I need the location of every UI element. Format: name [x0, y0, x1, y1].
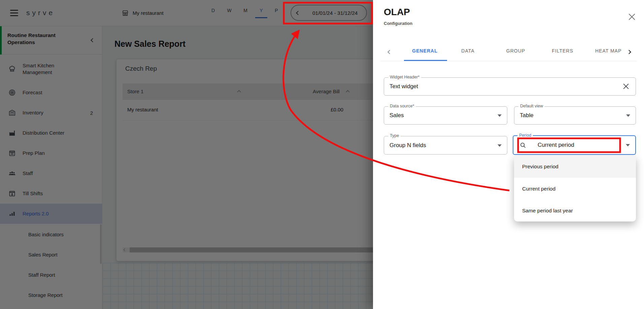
field-label: Period — [517, 133, 533, 138]
olap-config-panel: OLAP Configuration GENERAL DATA GROUP FI… — [373, 0, 644, 309]
clear-icon[interactable] — [623, 83, 629, 91]
dropdown-arrow-icon[interactable] — [626, 144, 630, 146]
tab-fade — [623, 46, 644, 58]
dropdown-arrow-icon[interactable] — [626, 114, 630, 117]
period-field[interactable]: Period Current period — [513, 135, 636, 155]
app-window: syrve My restaurant D W M Y P 01/01/24 -… — [0, 0, 644, 309]
field-label: Type — [388, 133, 401, 138]
period-value[interactable]: Current period — [538, 142, 574, 148]
magnifier-icon — [519, 142, 527, 150]
widget-header-field[interactable]: Widget Header* Text widget — [384, 77, 636, 96]
panel-title: OLAP — [384, 7, 410, 18]
option-label: Previous period — [522, 164, 558, 170]
option-label: Same period last year — [522, 208, 573, 214]
type-value: Group N fields — [389, 142, 426, 149]
tab-group[interactable]: GROUP — [506, 48, 525, 54]
tabs-scroll-left-icon[interactable] — [387, 50, 392, 54]
widget-header-value[interactable]: Text widget — [389, 83, 418, 90]
tab-heat-map[interactable]: HEAT MAP — [595, 48, 626, 54]
close-icon[interactable] — [629, 13, 635, 22]
field-label: Widget Header* — [388, 75, 421, 79]
tabs-divider — [380, 61, 637, 61]
active-tab-indicator — [404, 60, 447, 61]
data-source-field[interactable]: Data source* Sales — [384, 106, 507, 125]
field-label: Data source* — [388, 104, 416, 108]
option-previous-period[interactable]: Previous period — [514, 156, 636, 178]
option-label: Current period — [522, 186, 555, 192]
tab-general[interactable]: GENERAL — [412, 48, 437, 54]
tab-data[interactable]: DATA — [461, 48, 474, 54]
default-view-value: Table — [520, 112, 534, 119]
panel-subtitle: Configuration — [384, 21, 412, 26]
dropdown-arrow-icon[interactable] — [498, 144, 502, 147]
tab-filters[interactable]: FILTERS — [552, 48, 573, 54]
default-view-field[interactable]: Default view Table — [514, 106, 636, 125]
option-current-period[interactable]: Current period — [514, 178, 636, 200]
dropdown-arrow-icon[interactable] — [498, 114, 502, 117]
option-same-period-last-year[interactable]: Same period last year — [514, 200, 636, 221]
modal-scrim[interactable] — [0, 0, 373, 309]
period-dropdown-menu: Previous period Current period Same peri… — [514, 156, 636, 221]
field-label: Default view — [518, 104, 545, 108]
data-source-value: Sales — [389, 112, 404, 119]
type-field[interactable]: Type Group N fields — [384, 136, 507, 154]
